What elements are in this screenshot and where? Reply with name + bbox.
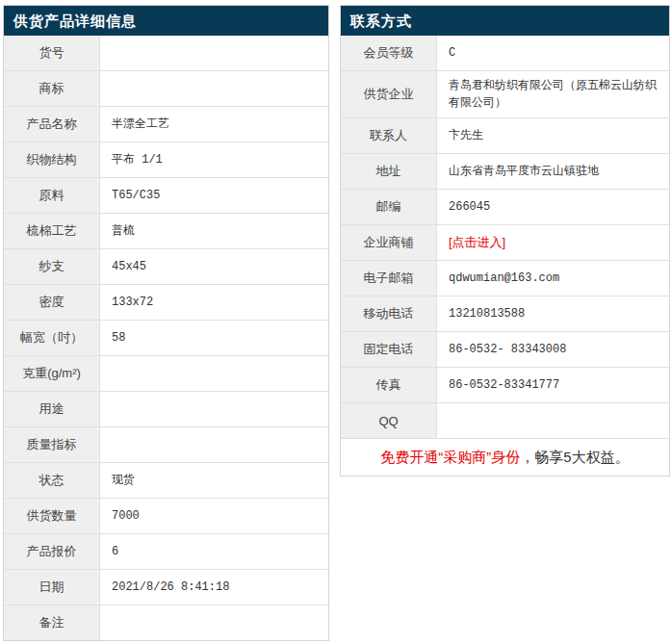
field-label: 地址 [341,154,437,189]
field-value: 6 [100,534,328,569]
field-label: 克重(g/m²) [4,356,100,391]
contact-panel: 联系方式 会员等级 C 供货企业 青岛君和纺织有限公司（原五棉云山纺织有限公司）… [340,5,670,477]
field-label: 原料 [4,178,100,213]
shop-enter-link[interactable]: [点击进入] [437,225,669,260]
page-content: 供货产品详细信息 货号 商标 产品名称 半漂全工艺 织物结构 平布 1/1 原料… [0,0,671,641]
field-label: 商标 [4,71,100,106]
product-details-title: 供货产品详细信息 [4,6,328,36]
field-value: C [437,36,669,70]
field-value [100,71,328,106]
table-row: 状态 现货 [4,462,328,498]
table-row: 备注 [4,605,328,640]
field-label: 织物结构 [4,142,100,177]
field-label: 密度 [4,285,100,320]
field-value: 266045 [437,190,669,224]
table-row: 原料 T65/C35 [4,177,328,213]
field-label: 纱支 [4,249,100,284]
field-value: qdwumian@163.com [437,261,669,296]
table-row: 企业商铺 [点击进入] [341,224,669,260]
field-label: 移动电话 [341,296,437,331]
table-row: 用途 [4,391,328,426]
table-row: 密度 133x72 [4,284,328,320]
field-label: QQ [341,403,437,438]
field-value: T65/C35 [100,178,328,213]
table-row: 产品报价 6 [4,533,328,569]
field-value: 13210813588 [437,296,669,331]
table-row: 货号 [4,36,328,70]
field-value: 青岛君和纺织有限公司（原五棉云山纺织有限公司） [437,71,669,117]
table-row: 固定电话 86-0532- 83343008 [341,331,669,367]
table-row: 供货企业 青岛君和纺织有限公司（原五棉云山纺织有限公司） [341,70,669,117]
field-label: 日期 [4,570,100,605]
table-row: 纱支 45x45 [4,248,328,284]
field-value: 45x45 [100,249,328,284]
field-value [100,427,328,462]
table-row: QQ [341,402,669,438]
table-row: 电子邮箱 qdwumian@163.com [341,260,669,296]
table-row: 邮编 266045 [341,189,669,224]
field-label: 电子邮箱 [341,261,437,296]
table-row: 克重(g/m²) [4,355,328,391]
field-label: 供货数量 [4,499,100,533]
field-value: 卞先生 [437,118,669,153]
contact-title: 联系方式 [341,6,669,36]
field-value: 2021/8/26 8:41:18 [100,570,328,605]
field-label: 联系人 [341,118,437,153]
field-value [100,392,328,426]
product-details-rows: 货号 商标 产品名称 半漂全工艺 织物结构 平布 1/1 原料 T65/C35 … [4,36,328,640]
field-label: 状态 [4,463,100,498]
field-value: 58 [100,321,328,355]
table-row: 商标 [4,70,328,106]
field-value [100,356,328,391]
table-row: 产品名称 半漂全工艺 [4,106,328,142]
table-row: 织物结构 平布 1/1 [4,142,328,177]
field-label: 梳棉工艺 [4,214,100,248]
promo-banner: 免费开通“采购商”身份，畅享5大权益。 [341,438,669,476]
table-row: 会员等级 C [341,36,669,70]
table-row: 幅宽（吋） 58 [4,320,328,355]
table-row: 移动电话 13210813588 [341,296,669,331]
field-label: 传真 [341,368,437,402]
table-row: 供货数量 7000 [4,498,328,533]
field-value: 86-0532- 83343008 [437,332,669,367]
field-value: 133x72 [100,285,328,320]
field-label: 产品名称 [4,107,100,142]
table-row: 传真 86-0532-83341777 [341,367,669,402]
field-value: 7000 [100,499,328,533]
field-label: 产品报价 [4,534,100,569]
promo-text: ，畅享5大权益。 [520,449,629,465]
field-value: 普梳 [100,214,328,248]
table-row: 质量指标 [4,426,328,462]
field-value [100,605,328,640]
field-value: 现货 [100,463,328,498]
field-label: 会员等级 [341,36,437,70]
product-details-panel: 供货产品详细信息 货号 商标 产品名称 半漂全工艺 织物结构 平布 1/1 原料… [3,5,329,641]
field-value: 平布 1/1 [100,142,328,177]
field-value: 山东省青岛平度市云山镇驻地 [437,154,669,189]
field-label: 备注 [4,605,100,640]
field-value: 86-0532-83341777 [437,368,669,402]
table-row: 日期 2021/8/26 8:41:18 [4,569,328,605]
promo-link[interactable]: 免费开通“采购商”身份 [380,449,520,465]
field-label: 幅宽（吋） [4,321,100,355]
field-label: 货号 [4,36,100,70]
field-value [100,36,328,70]
field-label: 固定电话 [341,332,437,367]
field-label: 用途 [4,392,100,426]
table-row: 联系人 卞先生 [341,117,669,153]
table-row: 地址 山东省青岛平度市云山镇驻地 [341,153,669,189]
field-value: 半漂全工艺 [100,107,328,142]
field-value [437,403,669,438]
field-label: 邮编 [341,190,437,224]
table-row: 梳棉工艺 普梳 [4,213,328,248]
field-label: 企业商铺 [341,225,437,260]
field-label: 质量指标 [4,427,100,462]
field-label: 供货企业 [341,71,437,117]
contact-rows: 会员等级 C 供货企业 青岛君和纺织有限公司（原五棉云山纺织有限公司） 联系人 … [341,36,669,438]
